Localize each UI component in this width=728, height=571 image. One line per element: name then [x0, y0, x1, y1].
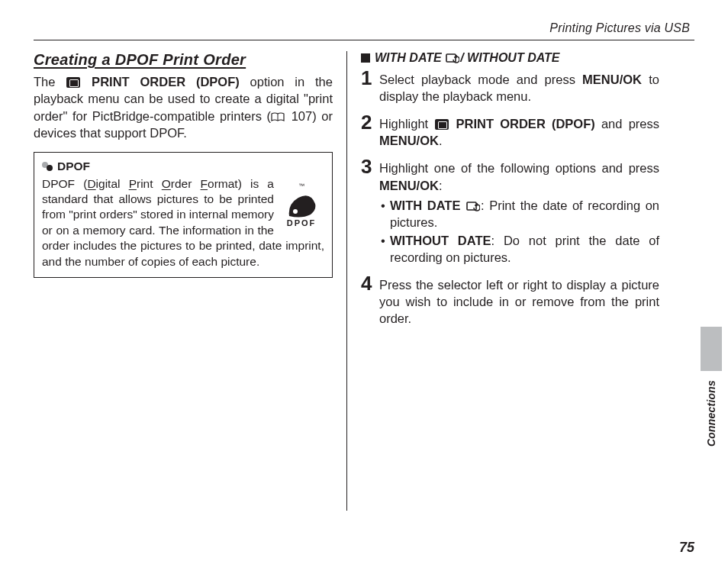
svg-rect-1 — [446, 54, 456, 62]
infobox-body: igital — [96, 177, 129, 190]
step-text: and press — [595, 117, 659, 131]
page-number: 75 — [679, 540, 694, 556]
step-text: Select playback mode and press — [379, 73, 582, 86]
infobox-title: DPOF — [57, 159, 90, 174]
step-item: Highlight PRINT ORDER (DPOF) and press M… — [361, 115, 659, 149]
dpof-letter: D — [87, 177, 95, 190]
menu-ok-label: MENU/OK — [582, 73, 642, 86]
left-column: Creating a DPOF Print Order The PRINT OR… — [34, 51, 346, 511]
intro-paragraph: The PRINT ORDER (DPOF) option in the pla… — [34, 73, 333, 141]
right-column: WITH DATE / WITHOUT DATE Select playback… — [346, 51, 659, 511]
option-title: WITH DATE — [390, 198, 465, 212]
print-order-icon — [435, 119, 449, 130]
step-item: Highlight one of the following options a… — [361, 160, 659, 266]
note-icon — [42, 162, 54, 171]
infobox-body: rint — [137, 177, 162, 190]
step-list: Select playback mode and press MENU/OK t… — [361, 71, 659, 327]
subheading-text: / WITHOUT DATE — [460, 51, 559, 64]
option-item: WITHOUT DATE: Do not print the date of r… — [379, 232, 659, 266]
step-text: Highlight — [379, 117, 434, 131]
infobox-body: DPOF ( — [42, 177, 87, 190]
dpof-letter: O — [162, 177, 171, 190]
step-item: Select playback mode and press MENU/OK t… — [361, 71, 659, 105]
subheading-text: WITH DATE — [375, 51, 445, 64]
manual-page: Printing Pictures via USB Creating a DPO… — [0, 0, 728, 571]
infobox-title-line: DPOF — [42, 159, 324, 174]
section-heading: Creating a DPOF Print Order — [34, 51, 333, 69]
dpof-infobox: DPOF ™ DPOF DPOF (Digital Print Order Fo… — [34, 152, 333, 278]
step-bold: PRINT ORDER (DPOF) — [449, 117, 594, 131]
intro-text: The — [34, 75, 66, 89]
svg-rect-2 — [467, 202, 476, 210]
step-text: Highlight one of the following options a… — [379, 161, 659, 175]
thumb-tab — [701, 327, 722, 371]
dpof-logo-text: DPOF — [279, 218, 324, 229]
step-text: Press the selector left or right to disp… — [379, 278, 659, 325]
section-side-label: Connections — [705, 380, 717, 447]
dpof-logo: ™ DPOF — [279, 178, 324, 229]
subsection-heading: WITH DATE / WITHOUT DATE — [361, 51, 659, 65]
svg-point-0 — [293, 209, 298, 214]
date-stamp-icon — [446, 53, 459, 63]
dpof-letter: F — [201, 177, 208, 190]
step-item: Press the selector left or right to disp… — [361, 276, 659, 327]
print-order-icon — [66, 77, 80, 88]
option-item: WITH DATE : Print the date of recording … — [379, 197, 659, 231]
date-stamp-icon — [466, 201, 480, 211]
option-title: WITHOUT DATE — [390, 234, 491, 247]
header-rule — [34, 40, 694, 40]
step-text: . — [439, 134, 443, 147]
square-bullet-icon — [361, 53, 370, 63]
dpof-letter: P — [129, 177, 137, 190]
menu-ok-label: MENU/OK — [379, 179, 439, 192]
page-ref-icon — [271, 112, 285, 122]
trademark-symbol: ™ — [298, 182, 304, 189]
intro-bold: PRINT ORDER (DPOF) — [81, 75, 239, 89]
step-text: : — [439, 179, 443, 192]
running-header: Printing Pictures via USB — [34, 21, 694, 35]
option-list: WITH DATE : Print the date of recording … — [379, 197, 659, 266]
content-columns: Creating a DPOF Print Order The PRINT OR… — [34, 51, 694, 511]
menu-ok-label: MENU/OK — [379, 134, 439, 147]
infobox-body: rder — [171, 177, 201, 190]
